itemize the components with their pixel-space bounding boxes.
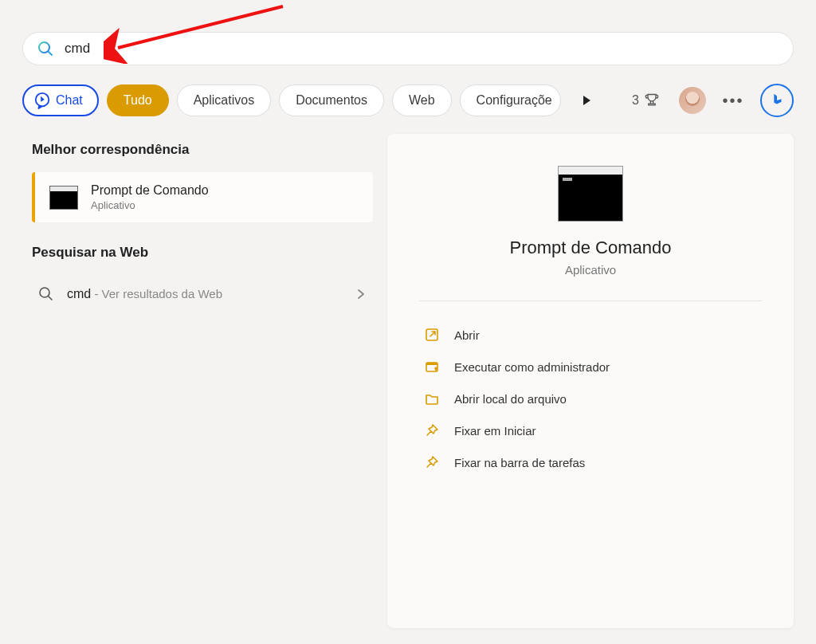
- search-icon: [38, 286, 54, 302]
- play-triangle-icon: [580, 94, 593, 107]
- preview-app-icon: [558, 166, 623, 222]
- svg-line-2: [49, 52, 52, 55]
- rewards-points: 3: [632, 93, 639, 108]
- preview-panel: Prompt de Comando Aplicativo Abrir Execu…: [387, 134, 794, 628]
- tab-web[interactable]: Web: [392, 84, 452, 116]
- pin-icon: [424, 454, 440, 470]
- trophy-icon: [644, 92, 660, 108]
- action-label: Fixar na barra de tarefas: [454, 456, 585, 469]
- ellipsis-icon: •••: [722, 92, 743, 110]
- tab-apps[interactable]: Aplicativos: [177, 84, 271, 116]
- separator: [419, 300, 762, 301]
- svg-line-5: [49, 296, 52, 300]
- best-match-title: Prompt de Comando: [91, 183, 209, 198]
- tab-docs-label: Documentos: [296, 93, 367, 108]
- tab-web-label: Web: [409, 93, 435, 108]
- svg-point-1: [39, 42, 49, 53]
- rewards-badge[interactable]: 3: [632, 92, 660, 108]
- filter-tabs-row: Chat Tudo Aplicativos Documentos Web Con…: [22, 83, 794, 118]
- action-label: Abrir local do arquivo: [454, 392, 567, 406]
- user-avatar[interactable]: [679, 87, 706, 114]
- tab-apps-label: Aplicativos: [194, 93, 254, 108]
- shield-admin-icon: [424, 359, 440, 375]
- pin-icon: [424, 422, 440, 438]
- tab-chat-label: Chat: [56, 93, 83, 108]
- cmd-app-icon: [49, 186, 78, 210]
- bing-chat-button[interactable]: [760, 84, 794, 117]
- more-options-button[interactable]: •••: [719, 86, 747, 115]
- preview-subtitle: Aplicativo: [419, 263, 762, 277]
- action-pin-start[interactable]: Fixar em Iniciar: [419, 414, 762, 446]
- tab-chat[interactable]: Chat: [22, 84, 99, 116]
- tab-all[interactable]: Tudo: [107, 84, 169, 116]
- tab-settings-label: Configuraçõe: [477, 93, 552, 108]
- folder-icon: [424, 391, 440, 406]
- action-run-admin[interactable]: Executar como administrador: [419, 351, 762, 383]
- results-left-column: Melhor correspondência Prompt de Comando…: [32, 142, 373, 313]
- action-label: Executar como administrador: [454, 360, 610, 374]
- open-external-icon: [424, 327, 440, 343]
- action-pin-taskbar[interactable]: Fixar na barra de tarefas: [419, 446, 762, 478]
- search-input[interactable]: [65, 41, 779, 57]
- tab-docs[interactable]: Documentos: [279, 84, 384, 116]
- preview-title: Prompt de Comando: [419, 238, 762, 258]
- search-bar[interactable]: [22, 32, 794, 65]
- tab-all-label: Tudo: [124, 93, 152, 108]
- web-result-query: cmd: [67, 287, 91, 300]
- action-open[interactable]: Abrir: [419, 319, 762, 351]
- web-result-suffix: - Ver resultados da Web: [91, 287, 222, 300]
- svg-point-4: [40, 288, 49, 297]
- best-match-result[interactable]: Prompt de Comando Aplicativo: [32, 172, 373, 222]
- best-match-subtitle: Aplicativo: [91, 199, 209, 211]
- web-search-result[interactable]: cmd - Ver resultados da Web: [32, 275, 373, 313]
- best-match-header: Melhor correspondência: [32, 142, 373, 158]
- tabs-overflow-button[interactable]: [572, 86, 601, 115]
- action-open-location[interactable]: Abrir local do arquivo: [419, 383, 762, 414]
- action-label: Abrir: [454, 328, 480, 342]
- chevron-right-icon: [355, 289, 367, 300]
- tab-settings[interactable]: Configuraçõe: [460, 84, 561, 116]
- chat-bubble-icon: [33, 92, 51, 109]
- search-icon: [37, 41, 53, 57]
- bing-icon: [768, 92, 786, 109]
- action-label: Fixar em Iniciar: [454, 424, 536, 438]
- web-search-header: Pesquisar na Web: [32, 245, 373, 261]
- svg-rect-8: [426, 363, 437, 365]
